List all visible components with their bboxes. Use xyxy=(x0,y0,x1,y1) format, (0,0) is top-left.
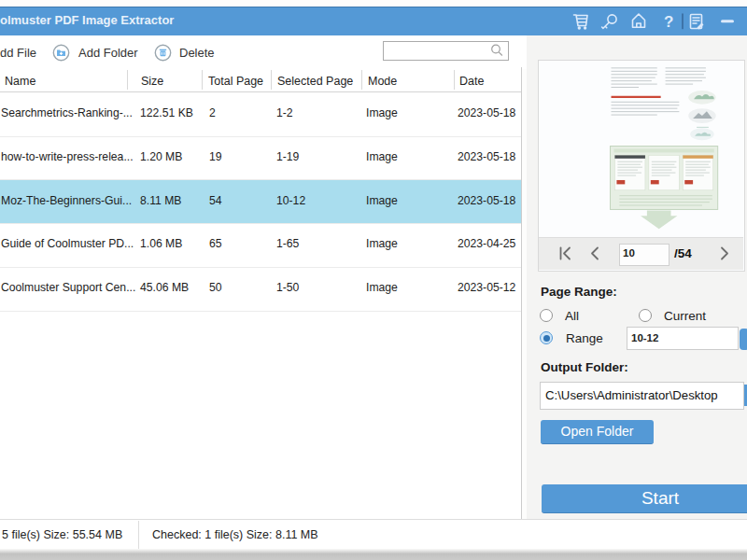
svg-text:?: ? xyxy=(664,13,673,31)
